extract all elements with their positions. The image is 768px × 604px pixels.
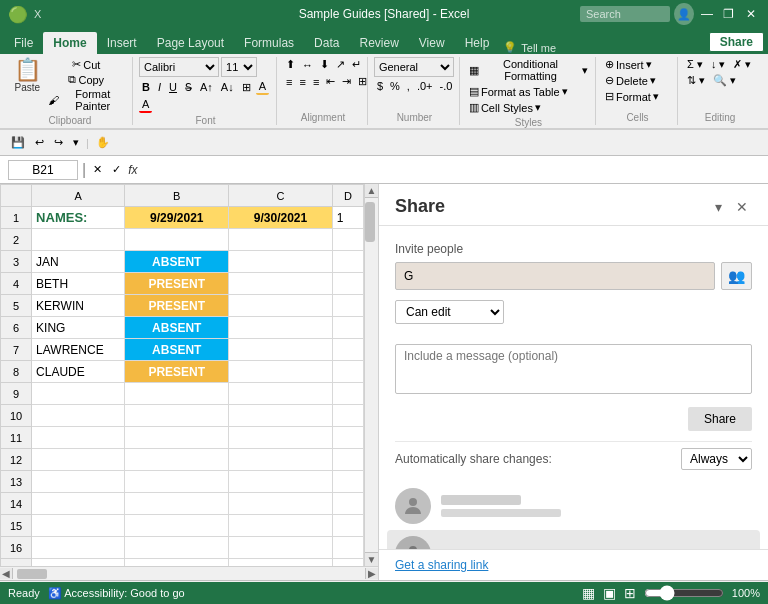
cell-b9[interactable] (125, 383, 229, 405)
find-select-button[interactable]: 🔍 ▾ (710, 73, 739, 88)
tab-review[interactable]: Review (349, 32, 408, 54)
close-button[interactable]: ✕ (742, 4, 760, 24)
col-header-c[interactable]: C (229, 185, 333, 207)
cell-b14[interactable] (125, 493, 229, 515)
increase-font-button[interactable]: A↑ (197, 80, 216, 94)
share-tab-button[interactable]: Share (709, 32, 764, 52)
decrease-indent-button[interactable]: ⇤ (323, 74, 338, 89)
cell-b2[interactable] (125, 229, 229, 251)
align-middle-button[interactable]: ↔ (299, 57, 316, 72)
tab-formulas[interactable]: Formulas (234, 32, 304, 54)
cell-d1[interactable]: 1 (332, 207, 363, 229)
cell-a15[interactable] (32, 515, 125, 537)
wrap-text-button[interactable]: ↵ (349, 57, 364, 72)
cell-b11[interactable] (125, 427, 229, 449)
cell-c9[interactable] (229, 383, 333, 405)
copy-button[interactable]: ⧉ Copy (65, 72, 107, 87)
cell-d17[interactable] (332, 559, 363, 567)
paste-button[interactable]: 📋 Paste (12, 57, 43, 95)
cell-d15[interactable] (332, 515, 363, 537)
cell-d3[interactable] (332, 251, 363, 273)
vertical-scrollbar[interactable]: ▲ ▼ (364, 184, 378, 566)
restore-button[interactable]: ❐ (720, 4, 738, 24)
cell-a16[interactable] (32, 537, 125, 559)
col-header-d[interactable]: D (332, 185, 363, 207)
fill-color-button[interactable]: A (256, 79, 269, 95)
cell-b17[interactable] (125, 559, 229, 567)
message-box[interactable] (395, 344, 752, 394)
cell-a1[interactable]: NAMES: (32, 207, 125, 229)
number-format-select[interactable]: General (374, 57, 454, 77)
align-left-button[interactable]: ≡ (283, 74, 295, 89)
align-top-button[interactable]: ⬆ (283, 57, 298, 72)
cell-c7[interactable] (229, 339, 333, 361)
cell-c3[interactable] (229, 251, 333, 273)
cell-a6[interactable]: KING (32, 317, 125, 339)
bold-button[interactable]: B (139, 80, 153, 94)
cell-b16[interactable] (125, 537, 229, 559)
cell-d10[interactable] (332, 405, 363, 427)
italic-button[interactable]: I (155, 80, 164, 94)
fill-button[interactable]: ↓ ▾ (708, 57, 729, 72)
cell-c13[interactable] (229, 471, 333, 493)
cell-b13[interactable] (125, 471, 229, 493)
horizontal-scrollbar[interactable]: ◀ ▶ (0, 566, 378, 580)
cell-c15[interactable] (229, 515, 333, 537)
merge-button[interactable]: ⊞ (355, 74, 370, 89)
cell-a5[interactable]: KERWIN (32, 295, 125, 317)
cell-c5[interactable] (229, 295, 333, 317)
view-page-break-button[interactable]: ⊞ (624, 585, 636, 601)
cell-c1[interactable]: 9/30/2021 (229, 207, 333, 229)
tab-view[interactable]: View (409, 32, 455, 54)
font-size-select[interactable]: 11 (221, 57, 257, 77)
currency-button[interactable]: $ (374, 79, 386, 93)
scroll-up-arrow[interactable]: ▲ (365, 184, 378, 198)
cut-button[interactable]: ✂ Cut (69, 57, 103, 72)
cell-c17[interactable] (229, 559, 333, 567)
undo-button[interactable]: ↩ (32, 135, 47, 150)
cell-b12[interactable] (125, 449, 229, 471)
formula-input[interactable] (146, 163, 761, 177)
strikethrough-button[interactable]: S̶ (182, 80, 195, 95)
cell-d4[interactable] (332, 273, 363, 295)
tab-data[interactable]: Data (304, 32, 349, 54)
cell-b3[interactable]: ABSENT (125, 251, 229, 273)
panel-minimize-button[interactable]: ▾ (711, 197, 726, 217)
custom-quick-access-button[interactable]: ▾ (70, 135, 82, 150)
redo-button[interactable]: ↪ (51, 135, 66, 150)
cell-b8[interactable]: PRESENT (125, 361, 229, 383)
tab-insert[interactable]: Insert (97, 32, 147, 54)
share-action-button[interactable]: Share (688, 407, 752, 431)
cell-d8[interactable] (332, 361, 363, 383)
contacts-button[interactable]: 👥 (721, 262, 752, 290)
increase-indent-button[interactable]: ⇥ (339, 74, 354, 89)
cell-b15[interactable] (125, 515, 229, 537)
cell-d7[interactable] (332, 339, 363, 361)
auto-share-select[interactable]: Always Ask me Never (681, 448, 752, 470)
h-scroll-thumb[interactable] (17, 569, 47, 579)
formula-accept-button[interactable]: ✓ (109, 162, 124, 177)
cell-d12[interactable] (332, 449, 363, 471)
cell-d2[interactable] (332, 229, 363, 251)
cell-a2[interactable] (32, 229, 125, 251)
cell-c12[interactable] (229, 449, 333, 471)
save-button[interactable]: 💾 (8, 135, 28, 150)
cell-a11[interactable] (32, 427, 125, 449)
col-header-a[interactable]: A (32, 185, 125, 207)
align-bottom-button[interactable]: ⬇ (317, 57, 332, 72)
search-input[interactable] (580, 6, 670, 22)
cell-b4[interactable]: PRESENT (125, 273, 229, 295)
permission-select[interactable]: Can edit Can view Can comment (395, 300, 504, 324)
scroll-down-arrow[interactable]: ▼ (365, 552, 378, 566)
decrease-decimal-button[interactable]: -.0 (437, 79, 456, 93)
formula-cancel-button[interactable]: ✕ (90, 162, 105, 177)
scroll-right-arrow[interactable]: ▶ (365, 568, 378, 579)
zoom-slider[interactable] (644, 585, 724, 601)
percent-button[interactable]: % (387, 79, 403, 93)
cell-d13[interactable] (332, 471, 363, 493)
cell-b10[interactable] (125, 405, 229, 427)
cell-c11[interactable] (229, 427, 333, 449)
insert-button[interactable]: ⊕ Insert ▾ (602, 57, 655, 72)
align-center-button[interactable]: ≡ (296, 74, 308, 89)
format-painter-button[interactable]: 🖌 Format Painter (45, 87, 128, 113)
